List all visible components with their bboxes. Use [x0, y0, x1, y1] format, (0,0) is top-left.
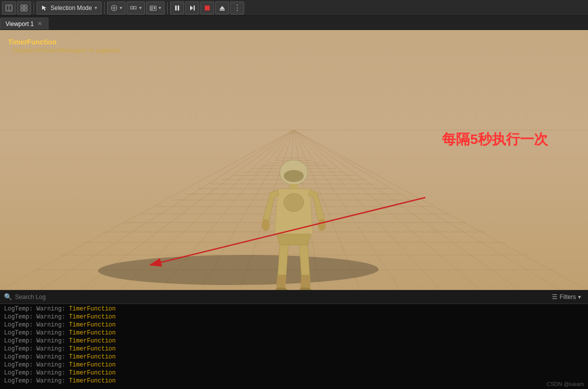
suppress-text: 'DisableAllScreenMessages' to suppress [12, 47, 120, 54]
svg-rect-14 [151, 6, 153, 10]
toolbar-sep-3 [167, 2, 168, 14]
svg-point-62 [284, 170, 304, 182]
filter-icon: ☰ [552, 294, 557, 300]
svg-rect-15 [175, 6, 177, 10]
filters-label: Filters [559, 294, 576, 300]
log-funcname: TimerFunction [69, 378, 116, 384]
log-funcname: TimerFunction [69, 314, 116, 320]
eject-button[interactable] [215, 2, 229, 14]
pause-button[interactable] [170, 2, 184, 14]
svg-rect-18 [194, 6, 195, 10]
log-line: LogTemp: Warning: TimerFunction [4, 345, 584, 353]
svg-rect-2 [21, 5, 24, 8]
log-prefix: LogTemp: Warning: [4, 306, 69, 312]
log-line: LogTemp: Warning: TimerFunction [4, 321, 584, 329]
svg-rect-4 [21, 8, 24, 11]
tab-close-icon[interactable]: ✕ [37, 20, 43, 27]
selection-mode-label: Selection Mode [51, 4, 92, 12]
camera-button[interactable]: ▾ [146, 2, 165, 14]
log-prefix: LogTemp: Warning: [4, 322, 69, 328]
log-prefix: LogTemp: Warning: [4, 330, 69, 336]
log-search-bar: 🔍 ☰ Filters ▾ [0, 290, 588, 304]
log-prefix: LogTemp: Warning: [4, 338, 69, 344]
svg-marker-13 [154, 6, 155, 10]
svg-rect-19 [205, 6, 210, 10]
toolbar-icon-btn-2[interactable] [17, 2, 31, 14]
log-panel: 🔍 ☰ Filters ▾ LogTemp: Warning: TimerFun… [0, 290, 588, 389]
log-prefix: LogTemp: Warning: [4, 314, 69, 320]
chevron-down-icon: ▾ [95, 5, 97, 10]
viewport[interactable]: TimerFunction 'DisableAllScreenMessages'… [0, 30, 588, 290]
log-line: LogTemp: Warning: TimerFunction [4, 337, 584, 345]
log-line: LogTemp: Warning: TimerFunction [4, 305, 584, 313]
toolbar-sep-2 [104, 2, 105, 14]
log-line: LogTemp: Warning: TimerFunction [4, 329, 584, 337]
svg-marker-20 [220, 6, 225, 9]
more-button[interactable]: ⋮ [230, 2, 244, 14]
camera-chevron-icon: ▾ [159, 5, 161, 10]
log-funcname: TimerFunction [69, 322, 116, 328]
snap-chevron-icon: ▾ [139, 5, 142, 10]
snap-button[interactable]: ▾ [127, 2, 145, 14]
log-line: LogTemp: Warning: TimerFunction [4, 313, 584, 321]
log-funcname: TimerFunction [69, 370, 116, 376]
search-input[interactable] [15, 294, 546, 300]
playback-controls: ⋮ [170, 2, 244, 14]
svg-rect-21 [220, 10, 225, 10]
chinese-annotation: 每隔5秒执行一次 [442, 130, 548, 149]
log-prefix: LogTemp: Warning: [4, 370, 69, 376]
log-line: LogTemp: Warning: TimerFunction [4, 369, 584, 377]
viewport-tab[interactable]: Viewport 1 ✕ [0, 18, 49, 30]
add-button[interactable]: ▾ [107, 2, 126, 14]
log-content: LogTemp: Warning: TimerFunctionLogTemp: … [0, 304, 588, 389]
toolbar-sep-1 [34, 2, 34, 14]
svg-rect-16 [178, 6, 179, 10]
svg-point-65 [262, 219, 270, 231]
log-line: LogTemp: Warning: TimerFunction [4, 377, 584, 385]
add-chevron-icon: ▾ [120, 5, 122, 10]
selection-mode-button[interactable]: Selection Mode ▾ [37, 2, 102, 14]
toolbar-icon-btn-1[interactable] [2, 2, 16, 14]
svg-point-66 [318, 219, 326, 231]
toolbar: Selection Mode ▾ ▾ ▾ [0, 0, 588, 16]
svg-point-64 [284, 194, 304, 212]
log-line: LogTemp: Warning: TimerFunction [4, 353, 584, 361]
log-prefix: LogTemp: Warning: [4, 378, 69, 384]
log-funcname: TimerFunction [69, 362, 116, 368]
credit-text: CSDN @iukam [546, 381, 584, 387]
viewport-grid [0, 30, 588, 290]
log-funcname: TimerFunction [69, 354, 116, 360]
timer-function-text: TimerFunction [8, 38, 57, 46]
log-prefix: LogTemp: Warning: [4, 354, 69, 360]
search-icon: 🔍 [4, 293, 12, 300]
svg-marker-17 [190, 6, 193, 10]
step-button[interactable] [185, 2, 199, 14]
stop-button[interactable] [200, 2, 214, 14]
log-prefix: LogTemp: Warning: [4, 346, 69, 352]
log-line: LogTemp: Warning: TimerFunction [4, 361, 584, 369]
log-funcname: TimerFunction [69, 338, 116, 344]
svg-rect-5 [25, 8, 27, 11]
filters-button[interactable]: ☰ Filters ▾ [549, 292, 584, 302]
tab-bar: Viewport 1 ✕ [0, 16, 588, 30]
transform-buttons: ▾ ▾ ▾ [107, 2, 165, 14]
svg-rect-3 [25, 5, 27, 8]
filters-chevron-icon: ▾ [578, 294, 581, 300]
viewport-tab-label: Viewport 1 [6, 20, 34, 28]
log-prefix: LogTemp: Warning: [4, 362, 69, 368]
svg-rect-10 [134, 6, 136, 9]
log-funcname: TimerFunction [69, 330, 116, 336]
log-funcname: TimerFunction [69, 346, 116, 352]
log-funcname: TimerFunction [69, 306, 116, 312]
